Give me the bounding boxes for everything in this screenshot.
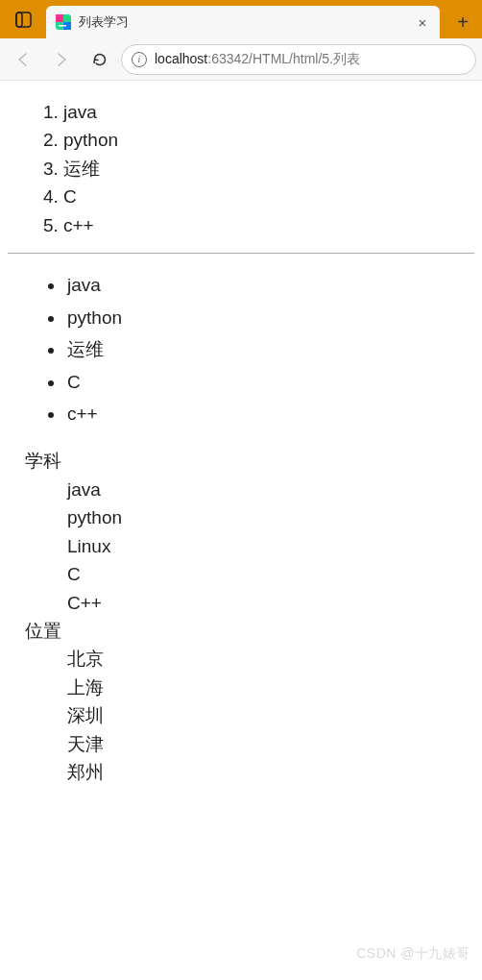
tab-favicon-icon	[56, 14, 71, 30]
list-item: 运维	[65, 335, 474, 363]
definition-desc: Linux	[67, 532, 474, 560]
tab-overview-icon[interactable]	[0, 0, 46, 38]
browser-titlebar: 列表学习 × +	[0, 0, 482, 38]
list-item: c++	[65, 400, 474, 428]
definition-desc: 北京	[67, 645, 474, 673]
definition-desc: java	[67, 476, 474, 503]
list-item: python	[65, 304, 474, 331]
list-item: python	[63, 126, 474, 154]
list-item: C	[65, 368, 474, 396]
definition-desc: C	[67, 560, 474, 588]
close-icon[interactable]: ×	[415, 14, 430, 31]
definition-desc: C++	[67, 589, 474, 617]
list-item: java	[65, 271, 474, 299]
list-item: C	[63, 183, 474, 210]
list-item: java	[63, 98, 474, 126]
list-item: 运维	[63, 155, 474, 183]
svg-rect-1	[16, 12, 22, 27]
definition-desc: 上海	[67, 674, 474, 701]
unordered-list: javapython运维Cc++	[8, 271, 474, 428]
site-info-icon[interactable]: i	[132, 52, 147, 67]
ordered-list: javapython运维Cc++	[8, 98, 474, 239]
definition-desc: 郑州	[67, 758, 474, 786]
svg-rect-0	[16, 12, 31, 27]
forward-button[interactable]	[44, 44, 79, 75]
definition-term: 学科	[25, 447, 474, 475]
definition-desc: python	[67, 503, 474, 531]
refresh-button[interactable]	[83, 44, 117, 75]
horizontal-rule	[8, 253, 474, 254]
browser-tab[interactable]: 列表学习 ×	[46, 6, 440, 38]
page-content: javapython运维Cc++ javapython运维Cc++ 学科java…	[0, 81, 482, 795]
watermark: CSDN @十九婊哥	[356, 945, 470, 963]
address-text: localhost:63342/HTML/html/5.列表	[155, 51, 360, 68]
definition-desc: 深圳	[67, 701, 474, 729]
definition-desc: 天津	[67, 730, 474, 758]
svg-rect-5	[59, 25, 66, 27]
browser-toolbar: i localhost:63342/HTML/html/5.列表	[0, 38, 482, 81]
tab-title: 列表学习	[79, 13, 407, 31]
address-bar[interactable]: i localhost:63342/HTML/html/5.列表	[121, 44, 476, 75]
back-button[interactable]	[6, 44, 40, 75]
definition-list: 学科javapythonLinuxCC++位置北京上海深圳天津郑州	[8, 447, 474, 786]
new-tab-button[interactable]: +	[444, 6, 482, 38]
list-item: c++	[63, 211, 474, 239]
definition-term: 位置	[25, 617, 474, 645]
svg-rect-3	[56, 14, 63, 22]
